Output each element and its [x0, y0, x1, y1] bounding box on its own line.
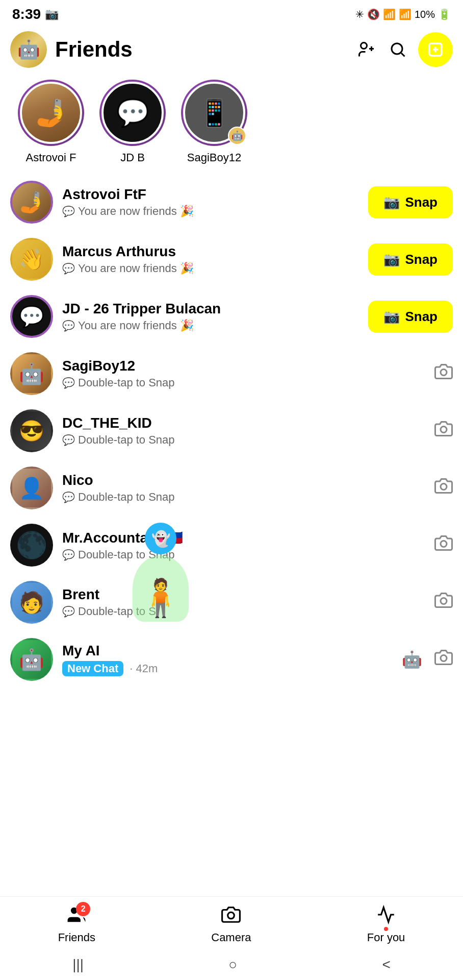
camera-icon-8	[434, 648, 453, 667]
story-item[interactable]: 📱 🤖 SagiBoy12	[173, 80, 255, 164]
camera-icon-4	[434, 420, 453, 438]
friend-sub-5: 💬 Double-tap to Snap	[62, 491, 425, 504]
friend-item[interactable]: 💬 JD - 26 Tripper Bulacan 💬 You are now …	[0, 288, 463, 345]
friend-avatar-4: 😎	[10, 409, 53, 452]
for-you-nav-label: For you	[367, 931, 405, 944]
user-avatar[interactable]: 🤖	[10, 31, 47, 68]
battery-icon: 🔋	[438, 8, 451, 20]
snap-camera-icon-2: 📷	[383, 309, 400, 325]
menu-button[interactable]: |||	[72, 957, 84, 973]
story-ring-2: 📱 🤖	[181, 80, 247, 146]
friends-badge: 2	[76, 902, 90, 916]
friend-name-1: Marcus Arthurus	[62, 243, 359, 260]
chat-icon-7: 💬	[62, 605, 75, 618]
friend-sub-0: 💬 You are now friends 🎉	[62, 205, 359, 218]
chat-icon-5: 💬	[62, 491, 75, 503]
friends-list: 🤳 Astrovoi FtF 💬 You are now friends 🎉 📷…	[0, 172, 463, 690]
mute-icon: 🔇	[367, 8, 380, 20]
ai-robot-icon: 🤖	[402, 650, 422, 669]
chat-icon-6: 💬	[62, 549, 75, 561]
svg-point-15	[228, 912, 235, 919]
status-right: ✳ 🔇 📶 📶 10% 🔋	[355, 8, 451, 20]
friend-info-6: Mr.Accountant 🇵🇭 💬 Double-tap to Snap	[62, 529, 425, 561]
friend-sub-7: 💬 Double-tap to S	[62, 605, 425, 618]
svg-point-13	[441, 655, 447, 662]
svg-line-4	[401, 53, 405, 57]
header-actions	[355, 32, 453, 67]
status-bar: 8:39 📷 ✳ 🔇 📶 📶 10% 🔋	[0, 0, 463, 27]
friend-avatar-8: 🤖	[10, 638, 53, 681]
friend-item[interactable]: 🧑 Brent 💬 Double-tap to S 👻 🧍	[0, 574, 463, 631]
friend-name-4: DC_THE_KID	[62, 415, 425, 431]
friend-name-5: Nico	[62, 472, 425, 488]
chat-icon-2: 💬	[62, 320, 75, 332]
friend-sub-3: 💬 Double-tap to Snap	[62, 376, 425, 389]
friend-sub-2: 💬 You are now friends 🎉	[62, 319, 359, 332]
story-item[interactable]: 💬 JD B	[92, 80, 173, 164]
story-sub-avatar-2: 🤖	[228, 127, 246, 145]
camera-button-7[interactable]	[434, 591, 453, 614]
svg-point-0	[361, 43, 367, 49]
add-friend-button[interactable]	[355, 38, 377, 61]
user-avatar-emoji: 🤖	[17, 39, 40, 60]
friend-item-myai[interactable]: 🤖 My AI New Chat · 42m 🤖	[0, 631, 463, 688]
friend-item[interactable]: 👋 Marcus Arthurus 💬 You are now friends …	[0, 231, 463, 288]
friend-info-5: Nico 💬 Double-tap to Snap	[62, 472, 425, 504]
friend-item[interactable]: 🤖 SagiBoy12 💬 Double-tap to Snap	[0, 345, 463, 402]
add-friend-icon	[357, 40, 375, 59]
svg-point-8	[441, 370, 447, 376]
camera-button-5[interactable]	[434, 477, 453, 499]
friends-nav-label: Friends	[58, 931, 95, 944]
signal-icon: 📶	[399, 8, 411, 20]
friend-name-8: My AI	[62, 643, 393, 659]
chat-icon-1: 💬	[62, 262, 75, 275]
back-button[interactable]: <	[382, 957, 390, 973]
status-time: 8:39	[12, 6, 41, 22]
story-avatar-0: 🤳	[20, 82, 82, 144]
story-item[interactable]: 🤳 Astrovoi F	[10, 80, 92, 164]
camera-button-8[interactable]	[434, 648, 453, 671]
system-nav-bar: ||| ○ <	[0, 949, 463, 980]
snap-button-2[interactable]: 📷 Snap	[368, 301, 453, 333]
new-snap-button[interactable]	[418, 32, 453, 67]
friend-info-4: DC_THE_KID 💬 Double-tap to Snap	[62, 415, 425, 447]
friends-nav-icon: 2	[67, 905, 86, 929]
snap-button-1[interactable]: 📷 Snap	[368, 243, 453, 276]
friend-item[interactable]: 😎 DC_THE_KID 💬 Double-tap to Snap	[0, 402, 463, 459]
status-left: 8:39 📷	[12, 6, 59, 22]
nav-for-you[interactable]: For you	[367, 905, 405, 944]
search-button[interactable]	[387, 38, 409, 61]
friend-sub-1: 💬 You are now friends 🎉	[62, 262, 359, 275]
home-button[interactable]: ○	[228, 957, 237, 973]
friend-item[interactable]: 🌑 Mr.Accountant 🇵🇭 💬 Double-tap to Snap	[0, 517, 463, 574]
camera-button-4[interactable]	[434, 420, 453, 442]
story-ring-1: 💬	[99, 80, 166, 146]
camera-button-6[interactable]	[434, 534, 453, 556]
nav-friends[interactable]: 2 Friends	[58, 905, 95, 944]
friend-name-2: JD - 26 Tripper Bulacan	[62, 301, 359, 317]
friend-item[interactable]: 🤳 Astrovoi FtF 💬 You are now friends 🎉 📷…	[0, 174, 463, 231]
friend-info-8: My AI New Chat · 42m	[62, 643, 393, 676]
svg-point-3	[392, 43, 402, 54]
camera-button-3[interactable]	[434, 362, 453, 385]
nav-camera[interactable]: Camera	[211, 905, 251, 944]
search-icon	[389, 40, 407, 59]
friend-avatar-2: 💬	[10, 295, 53, 338]
friend-name-0: Astrovoi FtF	[62, 186, 359, 203]
friend-sub-4: 💬 Double-tap to Snap	[62, 433, 425, 447]
friend-item[interactable]: 👤 Nico 💬 Double-tap to Snap	[0, 459, 463, 517]
wifi-icon: 📶	[383, 8, 396, 20]
friend-sub-8: New Chat · 42m	[62, 661, 393, 676]
story-name-0: Astrovoi F	[25, 151, 76, 164]
camera-icon-3	[434, 362, 453, 381]
for-you-nav-icon	[376, 905, 396, 929]
snap-button-0[interactable]: 📷 Snap	[368, 186, 453, 218]
chat-icon-0: 💬	[62, 205, 75, 217]
friend-avatar-7: 🧑	[10, 581, 53, 624]
new-snap-icon	[427, 41, 444, 58]
friend-avatar-5: 👤	[10, 467, 53, 509]
friend-info-2: JD - 26 Tripper Bulacan 💬 You are now fr…	[62, 301, 359, 332]
friend-name-7: Brent	[62, 586, 425, 603]
story-name-1: JD B	[120, 151, 145, 164]
svg-point-10	[441, 484, 447, 490]
